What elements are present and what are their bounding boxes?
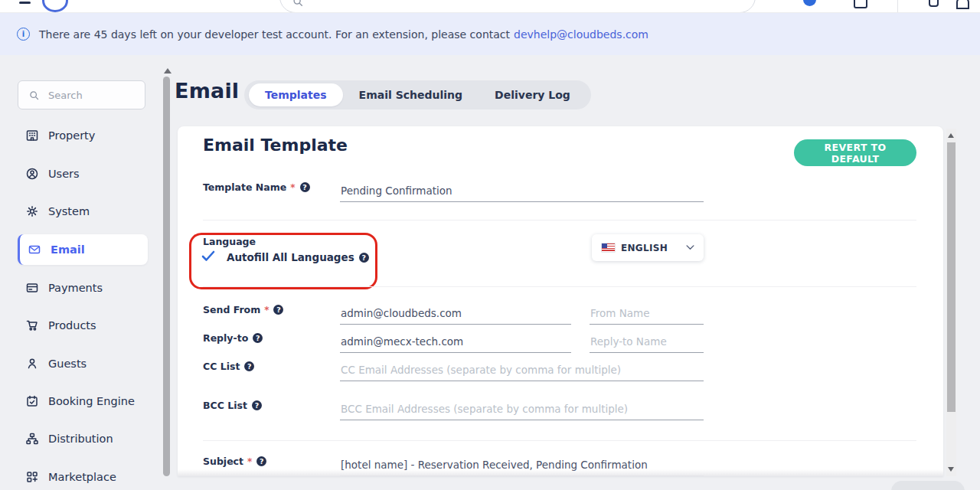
partial-bottom-button[interactable]: [891, 481, 965, 490]
sidebar-item-label: Distribution: [48, 433, 113, 445]
sidebar-item-users[interactable]: Users: [18, 158, 145, 189]
bell-icon[interactable]: [929, 0, 939, 7]
email-template-card: Email Template REVERT TO DEFAULT Templat…: [178, 126, 943, 476]
sidebar-search-input[interactable]: [47, 89, 134, 102]
envelope-icon: [28, 243, 41, 256]
tab-group: Templates Email Scheduling Delivery Log: [244, 80, 591, 109]
chevron-down-icon: [686, 245, 694, 250]
help-icon[interactable]: [359, 253, 369, 263]
template-name-label: Template Name: [203, 181, 310, 193]
credit-card-icon: [25, 281, 39, 295]
sidebar-item-marketplace[interactable]: Marketplace: [18, 462, 145, 490]
sidebar-item-distribution[interactable]: Distribution: [18, 423, 145, 454]
trial-banner-email-link[interactable]: devhelp@cloudbeds.com: [514, 28, 648, 41]
page-title: Email: [175, 79, 239, 103]
help-icon[interactable]: [253, 333, 263, 343]
scrollbar-up-arrow[interactable]: [948, 133, 954, 138]
help-icon[interactable]: [273, 305, 283, 315]
help-icon[interactable]: [244, 361, 254, 371]
info-icon: [17, 28, 30, 41]
user-avatar-icon[interactable]: [956, 0, 969, 9]
sidebar-item-label: Products: [48, 319, 96, 332]
autofill-all-languages-checkbox[interactable]: Autofill All Languages: [227, 251, 369, 263]
cloudbeds-logo-icon[interactable]: [42, 0, 68, 12]
scrollbar-thumb[interactable]: [163, 77, 170, 476]
users-icon: [25, 167, 39, 181]
language-selected-value: ENGLISH: [621, 243, 668, 253]
sidebar-item-guests[interactable]: Guests: [18, 348, 145, 379]
card-bottom-fade: [178, 469, 943, 476]
search-icon: [292, 0, 304, 8]
template-name-input[interactable]: [340, 185, 704, 202]
revert-to-default-button[interactable]: REVERT TO DEFAULT: [794, 139, 916, 166]
section-divider: [203, 286, 916, 287]
sidebar-item-label: System: [48, 205, 90, 217]
top-bar: [0, 0, 980, 13]
sitemap-icon: [25, 432, 39, 446]
sidebar-item-email[interactable]: Email: [18, 234, 148, 265]
calendar-check-icon: [25, 394, 39, 408]
sidebar-item-label: Booking Engine: [48, 395, 135, 407]
send-from-input[interactable]: [340, 307, 571, 325]
help-icon[interactable]: [803, 0, 816, 6]
gear-icon: [25, 204, 39, 218]
grid-plus-icon: [25, 470, 39, 484]
app-window: There are 45 days left on your developer…: [0, 0, 980, 490]
tab-email-scheduling[interactable]: Email Scheduling: [343, 83, 479, 106]
card-heading: Email Template: [203, 136, 348, 155]
section-divider: [203, 440, 916, 441]
reply-to-label: Reply-to: [203, 332, 263, 344]
scrollbar-thumb[interactable]: [947, 142, 956, 412]
building-icon: [25, 129, 39, 142]
help-icon[interactable]: [300, 182, 310, 192]
trial-banner-text: There are 45 days left on your developer…: [39, 28, 510, 41]
sidebar-item-label: Email: [51, 243, 85, 256]
cart-icon: [25, 318, 39, 332]
card-scrollbar[interactable]: [946, 129, 956, 476]
sidebar-search[interactable]: [18, 80, 145, 109]
hamburger-menu-icon[interactable]: [19, 2, 31, 4]
tab-delivery-log[interactable]: Delivery Log: [479, 83, 586, 106]
search-icon: [28, 90, 40, 101]
scrollbar-down-arrow[interactable]: [948, 467, 954, 472]
sidebar-item-label: Marketplace: [48, 471, 116, 483]
bcc-list-input[interactable]: [340, 403, 704, 420]
sidebar-item-label: Guests: [48, 358, 87, 370]
autofill-checkbox-check-icon[interactable]: [201, 250, 215, 262]
sidebar-item-booking-engine[interactable]: Booking Engine: [18, 386, 145, 416]
trial-banner: There are 45 days left on your developer…: [0, 13, 980, 55]
sidebar-item-products[interactable]: Products: [18, 310, 145, 341]
section-divider: [203, 220, 916, 220]
scrollbar-up-arrow[interactable]: [164, 68, 172, 74]
person-icon: [25, 357, 39, 371]
sidebar-item-label: Users: [48, 168, 80, 180]
us-flag-icon: [602, 243, 615, 252]
sidebar-item-payments[interactable]: Payments: [18, 273, 145, 303]
sidebar-item-property[interactable]: Property: [18, 120, 145, 151]
sidebar-item-label: Payments: [48, 282, 103, 294]
language-select[interactable]: ENGLISH: [592, 234, 704, 261]
help-icon[interactable]: [256, 456, 266, 466]
sidebar-item-label: Property: [48, 129, 95, 142]
topbar-divider: [897, 0, 898, 12]
subject-label: Subject: [203, 456, 266, 467]
help-icon[interactable]: [252, 400, 262, 410]
reply-to-name-input[interactable]: [590, 335, 704, 353]
from-name-input[interactable]: [590, 307, 704, 325]
language-label: Language: [203, 236, 256, 247]
cc-list-input[interactable]: [340, 364, 704, 381]
send-from-label: Send From: [203, 304, 283, 315]
sidebar-item-system[interactable]: System: [18, 196, 145, 227]
calendar-icon[interactable]: [854, 0, 867, 8]
cc-list-label: CC List: [203, 361, 254, 372]
global-search-input[interactable]: [279, 0, 756, 13]
bcc-list-label: BCC List: [203, 400, 262, 411]
reply-to-input[interactable]: [340, 335, 571, 353]
tab-templates[interactable]: Templates: [249, 83, 343, 106]
